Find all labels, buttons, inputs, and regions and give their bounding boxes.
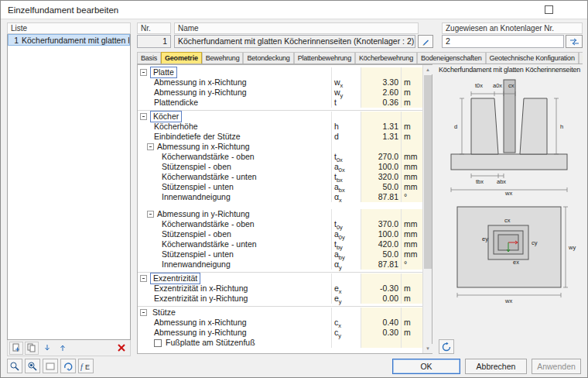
tab-bodeneigenschaften[interactable]: Bodeneigenschaften [417,52,485,64]
row-value[interactable]: 2.60 [361,88,401,98]
table-row: Fußplatte am Stützenfuß [138,338,422,348]
preview-caption: Köcherfundament mit glatten Köcherinnens… [439,66,583,74]
collapse-icon[interactable] [140,275,147,282]
group-label: Abmessung in y-Richtung [157,209,250,219]
row-symbol [331,338,361,348]
row-value[interactable]: 1.31 [361,132,401,142]
zoom-all-button[interactable] [25,359,40,373]
row-value[interactable]: 320.0 [361,172,401,182]
row-unit: mm [401,182,422,192]
row-value[interactable]: 0.40 [361,318,401,328]
row-value[interactable]: -0.30 [361,284,401,294]
row-value[interactable]: 100.0 [361,162,401,172]
row-unit: m [401,122,422,132]
fe-letters-icon: fE [80,361,92,372]
row-value[interactable]: 0.30 [361,328,401,338]
move-up-button[interactable] [56,342,70,355]
selection-box-icon [45,361,56,372]
title-bar[interactable]: Einzelfundament bearbeiten [1,1,587,19]
collapse-icon[interactable] [140,309,147,316]
tab-plattenbewehrung[interactable]: Plattenbewehrung [294,52,355,64]
group-label: Abmessung in x-Richtung [157,142,250,152]
apply-button[interactable]: Anwenden [532,359,581,374]
table-scrollbar[interactable]: ▲ ▼ [422,65,432,353]
row-value[interactable]: 420.0 [361,239,401,249]
numbering-button[interactable]: fE [78,359,94,373]
row-value [361,308,401,318]
delete-item-button[interactable] [115,342,128,355]
name-field[interactable]: Köcherfundament mit glatten Köcherinnens… [174,35,415,48]
row-value[interactable]: 100.0 [361,229,401,239]
row-label: Stützenspiel - unten [138,182,331,192]
cancel-button[interactable]: Abbrechen [465,359,527,374]
foundation-list[interactable]: 1Köcherfundament mit glatten Köcherinnen… [7,34,131,340]
tab-bewehrung[interactable]: Bewehrung [202,52,244,64]
nr-header: Nr. [137,22,171,34]
row-value[interactable]: 50.0 [361,182,401,192]
rotate-view-button[interactable] [60,359,76,373]
scroll-down-icon[interactable]: ▼ [423,344,432,353]
row-label: Abmessung in y-Richtung [138,88,331,98]
list-header: Liste [7,22,131,34]
foundation-cross-section: t0x a0x cx d h tbx abx wx [439,78,579,196]
move-down-button[interactable] [40,342,54,355]
row-value[interactable]: 87.81 [361,259,401,270]
collapse-icon[interactable] [147,211,154,218]
tab-basis[interactable]: Basis [137,52,161,64]
row-label: Exzentrizität in x-Richtung [138,284,331,294]
tab-geometrie[interactable]: Geometrie [161,52,202,64]
collapse-icon[interactable] [140,69,147,76]
edit-name-button[interactable] [418,35,433,48]
row-unit: mm [401,239,422,249]
row-unit: ° [401,192,422,202]
row-unit: ° [401,259,422,270]
section-title: Köcher [150,111,182,122]
tab-k-cherbewehrung[interactable]: Köcherbewehrung [355,52,417,64]
row-value[interactable]: 87.81 [361,192,401,202]
row-symbol: tbx [331,172,361,182]
row-symbol: t0y [331,219,361,229]
scroll-up-icon[interactable]: ▲ [423,65,432,74]
row-value[interactable]: 0.00 [361,294,401,304]
selection-mode-button[interactable] [43,359,58,373]
magnifier-icon [9,361,20,372]
group-row: Abmessung in y-Richtung [138,209,422,219]
list-item[interactable]: 1Köcherfundament mit glatten Köcherinnen… [8,34,130,46]
table-row: Stützenspiel - obena0y100.0mm [138,229,422,239]
table-row: Plattendicket0.36m [138,98,422,108]
dim-wx: wx [504,190,512,196]
new-item-button[interactable] [9,342,23,355]
dim-t0x: t0x [475,82,483,89]
row-value[interactable]: 270.0 [361,152,401,162]
row-label-text: Abmessung in y-Richtung [154,328,247,338]
collapse-icon[interactable] [140,113,147,120]
select-nodal-support-button[interactable] [566,35,583,48]
assigned-field[interactable]: 2 [442,35,564,48]
ok-button[interactable]: OK [392,359,460,374]
left-pocket-wall-shape [471,98,498,154]
row-value[interactable]: 50.0 [361,249,401,259]
copy-item-button[interactable] [25,342,39,355]
row-label-text: Stützenspiel - oben [162,229,231,239]
row-value[interactable]: 1.31 [361,122,401,132]
tab-betonkonfiguration[interactable]: Betonkonfiguration [579,52,583,64]
dialog-buttons: OK Abbrechen Anwenden [392,359,581,374]
section-0: PlatteAbmessung in x-Richtungwx3.30mAbme… [138,67,422,111]
refresh-preview-button[interactable] [439,339,454,354]
tab-geotechnische-konfiguration[interactable]: Geotechnische Konfiguration [486,52,579,64]
tab-betondeckung[interactable]: Betondeckung [243,52,293,64]
row-value[interactable]: 0.36 [361,98,401,108]
float-window-icon[interactable] [545,5,553,14]
scrollbar-thumb[interactable] [424,75,432,269]
collapse-icon[interactable] [147,143,154,150]
copy-icon [27,343,36,352]
zoom-selected-button[interactable] [7,359,22,373]
row-symbol: a0x [331,162,361,172]
dim-abx: abx [497,178,506,185]
footplate-checkbox[interactable] [154,339,162,347]
row-unit [401,209,422,219]
table-row: Exzentrizität in x-Richtungex-0.30m [138,284,422,294]
row-value[interactable]: 370.0 [361,219,401,229]
row-unit: m [401,98,422,108]
row-value[interactable]: 3.30 [361,77,401,88]
